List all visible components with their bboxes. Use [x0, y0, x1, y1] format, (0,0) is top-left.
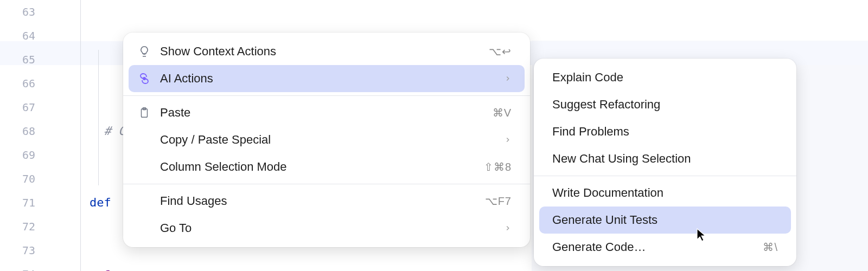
menu-label: Column Selection Mode — [160, 160, 484, 174]
spiral-icon — [136, 70, 152, 87]
line-number: 66 — [0, 72, 52, 95]
line-number: 71 — [0, 191, 52, 215]
blank-icon — [136, 220, 152, 236]
clipboard-icon — [136, 105, 152, 121]
menu-shortcut: ⌘\ — [763, 241, 778, 254]
line-number-gutter: 63 64 65 66 67 68 69 70 71 72 73 74 — [0, 0, 52, 271]
chevron-right-icon — [504, 133, 512, 147]
line-number: 74 — [0, 262, 52, 271]
menu-label: Go To — [160, 221, 500, 235]
line-number: 73 — [0, 238, 52, 262]
menu-separator — [123, 184, 530, 184]
menu-item-ai-actions[interactable]: AI Actions — [129, 65, 525, 92]
line-number: 68 — [0, 119, 52, 143]
submenu-item-find-problems[interactable]: Find Problems — [539, 118, 791, 145]
menu-shortcut: ⌥F7 — [485, 195, 512, 208]
line-number: 67 — [0, 95, 52, 119]
menu-shortcut: ⌘V — [493, 106, 512, 119]
submenu-item-new-chat-using-selection[interactable]: New Chat Using Selection — [539, 145, 791, 172]
code-keyword-def: def — [90, 196, 118, 209]
line-number: 69 — [0, 143, 52, 167]
line-number: 70 — [0, 167, 52, 191]
context-menu: Show Context Actions ⌥↩ AI Actions Paste… — [123, 33, 530, 247]
submenu-item-generate-unit-tests[interactable]: Generate Unit Tests — [539, 207, 791, 234]
menu-label: New Chat Using Selection — [552, 152, 778, 166]
menu-separator — [534, 176, 796, 176]
menu-item-copy-paste-special[interactable]: Copy / Paste Special — [129, 126, 525, 153]
menu-label: Find Usages — [160, 194, 485, 208]
menu-label: Find Problems — [552, 125, 778, 139]
submenu-item-write-documentation[interactable]: Write Documentation — [539, 179, 791, 207]
menu-item-column-selection-mode[interactable]: Column Selection Mode ⇧⌘8 — [129, 153, 525, 180]
menu-label: Suggest Refactoring — [552, 98, 778, 112]
submenu-item-explain-code[interactable]: Explain Code — [539, 64, 791, 91]
menu-label: Explain Code — [552, 70, 778, 85]
submenu-item-generate-code[interactable]: Generate Code… ⌘\ — [539, 234, 791, 261]
menu-separator — [123, 95, 530, 96]
line-number: 72 — [0, 215, 52, 238]
line-number: 65 — [0, 48, 52, 72]
menu-item-find-usages[interactable]: Find Usages ⌥F7 — [129, 188, 525, 215]
menu-item-go-to[interactable]: Go To — [129, 215, 525, 242]
menu-label: Generate Unit Tests — [552, 213, 778, 227]
code-ivar: @u — [104, 267, 119, 271]
submenu-item-suggest-refactoring[interactable]: Suggest Refactoring — [539, 91, 791, 118]
menu-item-paste[interactable]: Paste ⌘V — [129, 99, 525, 126]
menu-label: Copy / Paste Special — [160, 133, 500, 147]
menu-label: Show Context Actions — [160, 44, 489, 59]
ai-actions-submenu: Explain Code Suggest Refactoring Find Pr… — [534, 59, 796, 266]
blank-icon — [136, 159, 152, 175]
line-number: 63 — [0, 0, 52, 24]
blank-icon — [136, 193, 152, 209]
menu-label: Paste — [160, 106, 493, 120]
menu-shortcut: ⌥↩ — [489, 45, 512, 58]
menu-label: AI Actions — [160, 72, 500, 86]
bulb-icon — [136, 43, 152, 60]
line-number: 64 — [0, 24, 52, 48]
menu-label: Write Documentation — [552, 186, 778, 200]
menu-label: Generate Code… — [552, 240, 763, 254]
chevron-right-icon — [504, 221, 512, 235]
menu-item-show-context-actions[interactable]: Show Context Actions ⌥↩ — [129, 38, 525, 65]
chevron-right-icon — [504, 72, 512, 86]
mouse-cursor-icon — [696, 228, 707, 244]
blank-icon — [136, 132, 152, 148]
menu-shortcut: ⇧⌘8 — [484, 160, 512, 173]
